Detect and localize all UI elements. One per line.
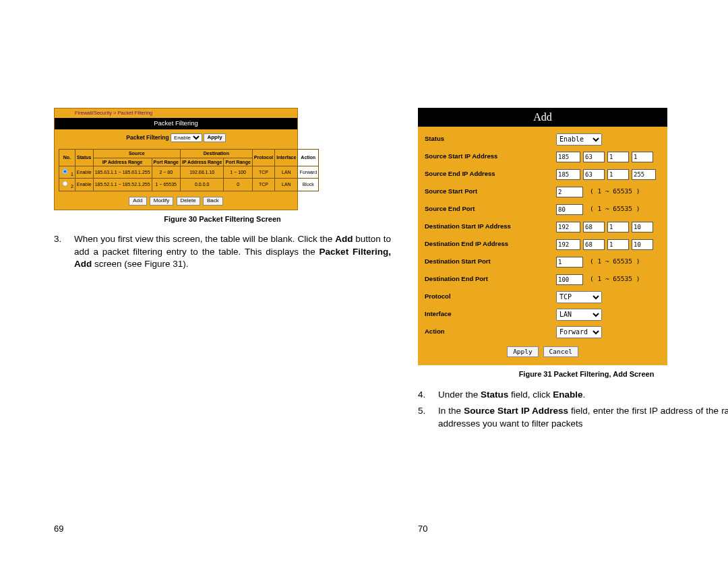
col-no: No.: [59, 150, 75, 166]
dst-end-ip-1[interactable]: [556, 239, 580, 250]
col-dest: Destination: [180, 150, 252, 158]
dst-end-ip-3[interactable]: [607, 239, 629, 250]
label-src-end-port: Source End Port: [418, 205, 556, 214]
label-src-start-port: Source Start Port: [418, 187, 556, 196]
row-radio-1[interactable]: [63, 169, 68, 175]
panel-title: Packet Filtering: [55, 118, 297, 129]
col-src-port: Port Range: [152, 158, 180, 166]
apply-button[interactable]: Apply: [204, 133, 225, 142]
dst-start-ip-3[interactable]: [607, 222, 629, 232]
port-hint: ( 1 ~ 65535 ): [590, 275, 640, 284]
label-dst-start-ip: Destination Start IP Address: [418, 222, 556, 231]
pf-enable-select[interactable]: Enable: [171, 133, 202, 142]
src-end-port[interactable]: [556, 204, 583, 215]
dst-end-port[interactable]: [556, 274, 583, 285]
label-interface: Interface: [418, 310, 556, 319]
label-src-start-ip: Source Start IP Address: [418, 152, 556, 161]
label-dst-end-ip: Destination End IP Address: [418, 240, 556, 249]
port-hint: ( 1 ~ 65535 ): [590, 257, 640, 266]
dst-start-port[interactable]: [556, 257, 583, 268]
port-hint: ( 1 ~ 65535 ): [590, 187, 640, 196]
back-button[interactable]: Back: [203, 197, 223, 206]
figure-30-caption: Figure 30 Packet Filtering Screen: [54, 214, 391, 224]
step-4: 4. Under the Status field, click Enable.: [418, 389, 728, 401]
add-title-bar: Add: [418, 108, 667, 127]
table-row: 1 Enable 185.63.1.1 ~ 185.63.1.255 2 ~ 8…: [59, 166, 319, 178]
breadcrumb: Firewall/Security > Packet Filtering: [55, 108, 297, 118]
step-4-text: Under the Status field, click Enable.: [438, 389, 728, 401]
add-screenshot: Add Status Enable Source Start IP Addres…: [418, 108, 667, 365]
label-dst-start-port: Destination Start Port: [418, 257, 556, 266]
col-src-ip: IP Address Range: [93, 158, 152, 166]
modify-button[interactable]: Modify: [150, 197, 174, 206]
step-3: 3. When you first view this screen, the …: [54, 233, 391, 270]
label-dst-end-port: Destination End Port: [418, 275, 556, 284]
step-5-text: In the Source Start IP Address field, en…: [438, 405, 728, 429]
delete-button[interactable]: Delete: [177, 197, 200, 206]
col-action: Action: [298, 150, 319, 166]
cancel-button[interactable]: Cancel: [543, 346, 578, 358]
step-3-num: 3.: [54, 233, 74, 270]
label-status: Status: [418, 135, 556, 144]
src-start-ip-4[interactable]: [632, 152, 653, 162]
table-row: 2 Enable 185.52.1.1 ~ 185.52.1.255 1 ~ 6…: [59, 179, 319, 191]
add-button[interactable]: Add: [129, 197, 146, 206]
page-69: Firewall/Security > Packet Filtering Pac…: [0, 0, 404, 562]
col-dst-ip: IP Address Range: [180, 158, 224, 166]
src-end-ip-1[interactable]: [556, 169, 580, 180]
interface-select[interactable]: LAN: [556, 309, 602, 321]
page-number-right: 70: [418, 523, 427, 535]
row-radio-2[interactable]: [63, 181, 68, 187]
src-start-ip-1[interactable]: [556, 152, 580, 162]
src-start-ip-2[interactable]: [583, 152, 605, 162]
col-protocol: Protocol: [252, 150, 274, 166]
col-status: Status: [75, 150, 93, 166]
page-70: Add Status Enable Source Start IP Addres…: [364, 0, 728, 562]
step-3-text: When you first view this screen, the tab…: [74, 233, 391, 270]
dst-start-ip-1[interactable]: [556, 222, 580, 232]
src-end-ip-3[interactable]: [607, 169, 629, 180]
apply-button[interactable]: Apply: [507, 346, 539, 358]
src-end-ip-4[interactable]: [632, 169, 656, 180]
dst-end-ip-2[interactable]: [583, 239, 605, 250]
dst-start-ip-2[interactable]: [583, 222, 605, 232]
port-hint: ( 1 ~ 65535 ): [590, 205, 640, 214]
dst-start-ip-4[interactable]: [632, 222, 653, 232]
step-4-num: 4.: [418, 389, 438, 401]
label-src-end-ip: Source End IP Address: [418, 170, 556, 179]
src-start-ip-3[interactable]: [607, 152, 629, 162]
col-source: Source: [93, 150, 180, 158]
status-select[interactable]: Enable: [556, 133, 602, 146]
src-start-port[interactable]: [556, 187, 583, 197]
figure-31-caption: Figure 31 Packet Filtering, Add Screen: [418, 369, 728, 379]
pf-header-row-1: No. Status Source Destination Protocol I…: [59, 150, 319, 158]
action-select[interactable]: Forward: [556, 326, 602, 338]
label-protocol: Protocol: [418, 292, 556, 301]
page-number-left: 69: [54, 523, 63, 535]
packet-filtering-screenshot: Firewall/Security > Packet Filtering Pac…: [54, 108, 298, 210]
col-dst-port: Port Range: [224, 158, 252, 166]
step-5-num: 5.: [418, 405, 438, 429]
step-5: 5. In the Source Start IP Address field,…: [418, 405, 728, 429]
dst-end-ip-4[interactable]: [632, 239, 653, 250]
src-end-ip-2[interactable]: [583, 169, 605, 180]
protocol-select[interactable]: TCP: [556, 291, 602, 303]
label-action: Action: [418, 327, 556, 336]
pf-filter-label: Packet Filtering: [126, 134, 169, 141]
pf-table: No. Status Source Destination Protocol I…: [59, 149, 319, 191]
col-interface: Interface: [275, 150, 298, 166]
